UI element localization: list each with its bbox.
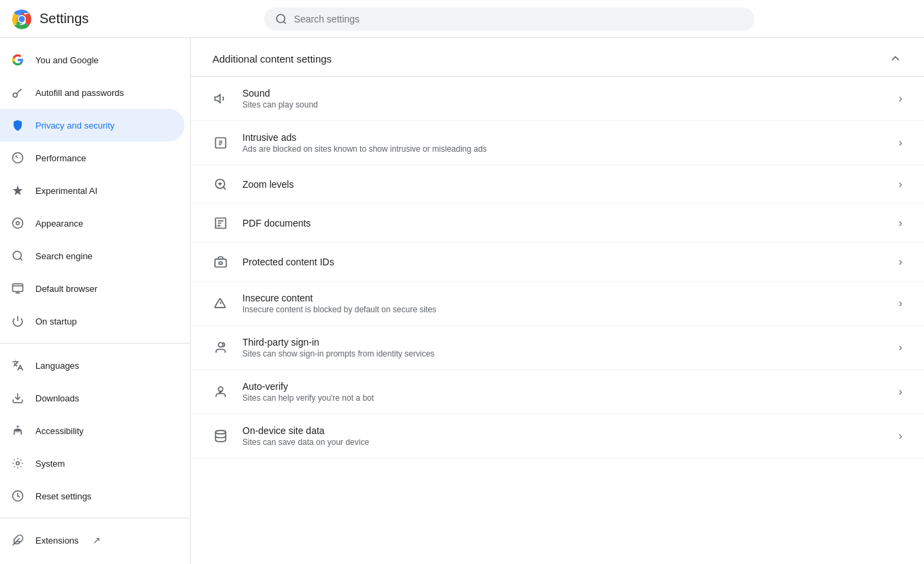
- main-layout: You and Google Autofill and passwords Pr…: [0, 38, 924, 564]
- reset-icon: [11, 489, 25, 503]
- settings-item-auto-verify[interactable]: Auto-verify Sites can help verify you're…: [191, 370, 924, 414]
- settings-item-title: Sound: [242, 88, 885, 99]
- sidebar-label: Appearance: [35, 218, 83, 229]
- svg-point-9: [13, 251, 21, 259]
- svg-point-27: [219, 343, 223, 348]
- sidebar-item-accessibility[interactable]: Accessibility: [0, 414, 185, 447]
- sidebar-item-appearance[interactable]: Appearance: [0, 207, 185, 239]
- svg-point-13: [17, 426, 19, 428]
- sidebar-item-experimental-ai[interactable]: Experimental AI: [0, 174, 185, 207]
- settings-item-title: Protected content IDs: [242, 256, 885, 267]
- signin-icon: [212, 339, 229, 356]
- chevron-right-icon: ›: [899, 386, 902, 398]
- chevron-right-icon: ›: [899, 93, 902, 105]
- chevron-right-icon: ›: [899, 297, 902, 310]
- svg-point-3: [19, 16, 25, 22]
- settings-item-text-protected: Protected content IDs: [242, 256, 885, 267]
- chevron-right-icon: ›: [899, 137, 902, 149]
- sound-icon: [212, 90, 229, 107]
- svg-point-7: [13, 218, 23, 229]
- settings-item-on-device-data[interactable]: On-device site data Sites can save data …: [191, 414, 924, 459]
- sidebar-item-privacy[interactable]: Privacy and security: [0, 109, 185, 142]
- browser-icon: [11, 282, 25, 295]
- chevron-right-icon: ›: [899, 178, 902, 190]
- settings-item-pdf[interactable]: PDF PDF documents ›: [191, 204, 924, 243]
- search-bar[interactable]: [264, 7, 754, 31]
- settings-item-title: Zoom levels: [242, 179, 885, 190]
- pdf-icon: PDF: [212, 215, 229, 231]
- shield-icon: [11, 118, 25, 132]
- section-title: Additional content settings: [212, 53, 332, 65]
- sidebar-item-extensions[interactable]: Extensions ↗: [0, 524, 185, 557]
- sidebar-label: On startup: [35, 316, 77, 327]
- settings-item-text-verify: Auto-verify Sites can help verify you're…: [242, 381, 885, 403]
- search-icon: [11, 249, 25, 263]
- settings-item-subtitle: Ads are blocked on sites known to show i…: [242, 144, 885, 154]
- sidebar-item-performance[interactable]: Performance: [0, 142, 185, 174]
- svg-rect-10: [13, 284, 23, 291]
- chevron-right-icon: ›: [899, 342, 902, 354]
- sidebar: You and Google Autofill and passwords Pr…: [0, 38, 191, 564]
- sidebar-label: You and Google: [35, 55, 99, 65]
- svg-marker-18: [215, 95, 221, 103]
- sidebar-label: Reset settings: [35, 491, 91, 501]
- system-icon: [11, 457, 25, 470]
- settings-item-text-sound: Sound Sites can play sound: [242, 88, 885, 110]
- download-icon: [11, 391, 25, 405]
- search-input[interactable]: [294, 14, 744, 24]
- sidebar-label: Experimental AI: [35, 186, 97, 196]
- sidebar-item-autofill[interactable]: Autofill and passwords: [0, 76, 185, 109]
- ads-icon: [212, 135, 229, 151]
- settings-item-insecure-content[interactable]: Insecure content Insecure content is blo…: [191, 282, 924, 326]
- sidebar-divider-2: [0, 518, 190, 518]
- settings-item-protected-content[interactable]: Protected content IDs ›: [191, 243, 924, 282]
- svg-text:PDF: PDF: [216, 225, 222, 228]
- settings-item-subtitle: Sites can play sound: [242, 100, 885, 110]
- svg-point-5: [13, 93, 17, 97]
- search-bar-wrap: [264, 7, 754, 31]
- sidebar-item-search-engine[interactable]: Search engine: [0, 239, 185, 272]
- settings-item-third-party-signin[interactable]: Third-party sign-in Sites can show sign-…: [191, 326, 924, 370]
- topbar: Settings: [0, 0, 924, 38]
- power-icon: [11, 314, 25, 328]
- section-header[interactable]: Additional content settings: [191, 38, 924, 77]
- key-icon: [11, 86, 25, 99]
- settings-item-intrusive-ads[interactable]: Intrusive ads Ads are blocked on sites k…: [191, 121, 924, 165]
- search-icon: [275, 13, 287, 25]
- settings-item-zoom[interactable]: Zoom levels ›: [191, 165, 924, 204]
- settings-item-subtitle: Sites can save data on your device: [242, 437, 885, 447]
- sidebar-item-default-browser[interactable]: Default browser: [0, 272, 185, 305]
- sidebar-item-reset-settings[interactable]: Reset settings: [0, 480, 185, 512]
- sparkle-icon: [11, 184, 25, 197]
- verify-icon: [212, 384, 229, 400]
- svg-point-29: [216, 431, 226, 434]
- settings-item-title: Intrusive ads: [242, 132, 885, 143]
- sidebar-label: System: [35, 459, 65, 469]
- chevron-right-icon: ›: [899, 430, 902, 442]
- svg-point-8: [16, 222, 20, 225]
- protected-icon: [212, 254, 229, 270]
- settings-item-title: On-device site data: [242, 425, 885, 436]
- collapse-icon[interactable]: [889, 52, 902, 65]
- svg-point-14: [16, 462, 20, 465]
- content-area: Additional content settings Sound Sites …: [191, 38, 924, 564]
- settings-item-title: Insecure content: [242, 293, 885, 303]
- sidebar-item-languages[interactable]: Languages: [0, 349, 185, 382]
- warning-icon: [212, 295, 229, 312]
- settings-item-sound[interactable]: Sound Sites can play sound ›: [191, 77, 924, 121]
- svg-rect-23: [215, 259, 227, 267]
- sidebar-label: Accessibility: [35, 426, 84, 436]
- sidebar-item-you-and-google[interactable]: You and Google: [0, 44, 185, 76]
- chevron-right-icon: ›: [899, 217, 902, 229]
- settings-item-text-insecure: Insecure content Insecure content is blo…: [242, 293, 885, 314]
- svg-rect-24: [219, 262, 223, 264]
- sidebar-item-on-startup[interactable]: On startup: [0, 305, 185, 337]
- sidebar-item-system[interactable]: System: [0, 447, 185, 480]
- sidebar-item-downloads[interactable]: Downloads: [0, 382, 185, 414]
- svg-point-4: [276, 14, 285, 22]
- sidebar-label: Search engine: [35, 251, 93, 261]
- chrome-logo-icon: [11, 8, 33, 30]
- sidebar-label: Languages: [35, 361, 79, 371]
- data-icon: [212, 428, 229, 444]
- extensions-icon: [11, 533, 25, 547]
